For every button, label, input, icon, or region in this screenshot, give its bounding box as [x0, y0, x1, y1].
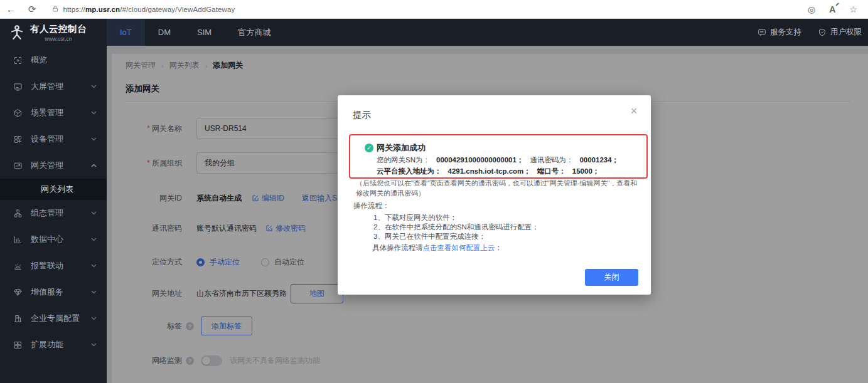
chevron-down-icon: [91, 290, 97, 294]
sidebar-subitem-gateway-list[interactable]: 网关列表: [0, 179, 107, 200]
page-actions-icon[interactable]: ◎: [802, 5, 821, 14]
chevron-down-icon: [91, 238, 97, 241]
success-dialog: 提示 × ✓ 网关添加成功 您的网关SN为：000042910000000000…: [338, 95, 651, 295]
chevron-down-icon: [91, 264, 97, 268]
flow-step: 3、网关已在软件中配置完成连接；: [373, 232, 539, 241]
flow-title: 操作流程：: [353, 201, 390, 211]
top-nav: IoT DM SIM 官方商城: [107, 19, 284, 46]
chevron-down-icon: [91, 137, 97, 141]
tab-dm[interactable]: DM: [145, 19, 184, 46]
chevron-down-icon: [91, 211, 97, 215]
close-button[interactable]: 关闭: [585, 269, 638, 286]
sidebar: 概览 大屏管理 场景管理 设备管理 网关管理: [0, 46, 107, 383]
usr-person-icon: [9, 24, 25, 41]
gem-icon: [13, 288, 23, 297]
server-line: 云平台接入地址为：4291.cnsh.iot-tcp.com；端口号：15000…: [377, 167, 599, 176]
sidebar-item-enterprise-config[interactable]: 企业专属配置: [0, 305, 107, 332]
device-icon: [13, 135, 23, 144]
app-frame: ← ⟳ https://mp.usr.cn/#/cloud/gateway/Vi…: [0, 0, 868, 383]
grid-icon: [13, 340, 23, 350]
scene-icon: [13, 108, 23, 118]
sidebar-item-screen-mgmt[interactable]: 大屏管理: [0, 73, 107, 100]
browser-refresh-icon[interactable]: ⟳: [22, 4, 43, 14]
close-icon[interactable]: ×: [627, 104, 641, 118]
address-bar[interactable]: https://mp.usr.cn/#/cloud/gateway/ViewAd…: [51, 4, 803, 15]
chevron-down-icon: [91, 343, 97, 347]
tab-mall[interactable]: 官方商城: [225, 19, 284, 46]
sidebar-item-device-mgmt[interactable]: 设备管理: [0, 126, 107, 152]
success-heading: 网关添加成功: [377, 142, 426, 154]
lock-icon: [51, 4, 59, 15]
logo[interactable]: 有人云控制台 www.usr.cn: [0, 19, 107, 46]
flow-more-line: 具体操作流程请点击查看如何配置上云；: [372, 243, 502, 253]
chevron-down-icon: [91, 317, 97, 320]
sidebar-item-data-center[interactable]: 数据中心: [0, 226, 107, 253]
chevron-up-icon: [91, 164, 97, 167]
sidebar-item-scada-mgmt[interactable]: 组态管理: [0, 200, 107, 226]
app-area: 有人云控制台 www.usr.cn IoT DM SIM 官方商城 服务支持: [0, 19, 868, 383]
sidebar-item-extensions[interactable]: 扩展功能: [0, 332, 107, 358]
gateway-icon: [13, 161, 23, 171]
tab-iot[interactable]: IoT: [107, 19, 145, 46]
bar-chart-icon: [13, 235, 23, 244]
dialog-title: 提示: [353, 109, 371, 121]
logo-title: 有人云控制台: [30, 23, 87, 35]
chevron-down-icon: [91, 85, 97, 88]
screen-icon: [13, 82, 23, 92]
chevron-down-icon: [91, 111, 97, 115]
scada-icon: [13, 209, 23, 218]
how-to-configure-link[interactable]: 点击查看如何配置上云: [423, 244, 495, 251]
logo-subtitle: www.usr.cn: [30, 36, 87, 42]
app-header: 有人云控制台 www.usr.cn IoT DM SIM 官方商城 服务支持: [0, 19, 868, 46]
sidebar-item-overview[interactable]: 概览: [0, 47, 107, 73]
sn-line: 您的网关SN为：00004291000000000001；通讯密码为：00001…: [377, 155, 619, 165]
sidebar-item-alarm-linkage[interactable]: 报警联动: [0, 253, 107, 279]
browser-bar: ← ⟳ https://mp.usr.cn/#/cloud/gateway/Vi…: [0, 0, 868, 19]
sidebar-item-gateway-mgmt[interactable]: 网关管理: [0, 152, 107, 179]
shield-icon: [818, 28, 827, 37]
flow-step: 2、在软件中把系统分配的SN和通讯密码进行配置；: [373, 223, 539, 232]
highlight-annotation-box: ✓ 网关添加成功 您的网关SN为：00004291000000000001；通讯…: [349, 134, 648, 179]
flow-steps: 1、下载对应网关的软件； 2、在软件中把系统分配的SN和通讯密码进行配置； 3、…: [373, 213, 539, 241]
chat-icon: [758, 28, 766, 37]
overview-icon: [13, 56, 23, 65]
tab-sim[interactable]: SIM: [184, 19, 225, 46]
success-check-icon: ✓: [365, 144, 373, 152]
sidebar-item-value-added-service[interactable]: 增值服务: [0, 279, 107, 305]
service-support-link[interactable]: 服务支持: [758, 27, 801, 38]
building-icon: [13, 314, 23, 323]
dialog-note: （后续您也可以在"查看"页面查看网关的通讯密码，也可以通过"网关管理-编辑网关"…: [356, 178, 641, 198]
url-text: https://mp.usr.cn/#/cloud/gateway/ViewAd…: [63, 6, 235, 13]
user-permission-link[interactable]: 用户权限: [818, 27, 862, 38]
read-aloud-icon[interactable]: A: [823, 5, 841, 14]
browser-back-icon[interactable]: ←: [0, 4, 22, 14]
favorite-icon[interactable]: ☆: [844, 5, 863, 14]
alarm-icon: [13, 261, 23, 271]
sidebar-item-scene-mgmt[interactable]: 场景管理: [0, 100, 107, 126]
flow-step: 1、下载对应网关的软件；: [373, 213, 539, 223]
